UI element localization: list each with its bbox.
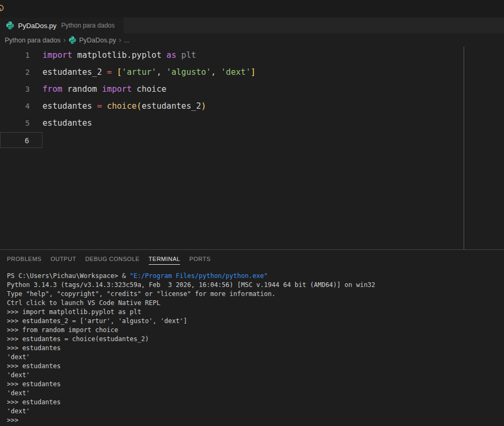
terminal-output[interactable]: PS C:\Users\Pichau\Workspace> & "E:/Prog…	[0, 267, 504, 425]
editor-split-border	[464, 47, 464, 249]
terminal-text: >>> estudantes	[7, 380, 61, 388]
code-text	[42, 132, 504, 149]
terminal-line: >>> import matplotlib.pyplot as plt	[7, 308, 504, 317]
editor-tab-bar: PyDaDos.py Python para dados	[0, 18, 504, 33]
terminal-text: Python 3.14.3 (tags/v3.14.3:323c59a, Feb…	[7, 281, 375, 289]
code-text: from random import choice	[42, 81, 504, 98]
terminal-line: >>> estudantes	[7, 362, 504, 371]
code-token: =	[97, 101, 102, 111]
code-token: [	[117, 67, 122, 77]
code-token: )	[201, 101, 206, 111]
code-token: (	[136, 101, 141, 111]
chevron-right-icon: ›	[63, 35, 66, 44]
terminal-line: >>> estudantes_2 = ['artur', 'algusto', …	[7, 317, 504, 326]
code-text: estudantes	[42, 115, 504, 132]
terminal-text: 'dext'	[7, 353, 30, 361]
code-token: choice	[132, 84, 166, 94]
code-token	[112, 67, 117, 77]
stray-glyph-fragment	[0, 5, 4, 11]
terminal-line: >>>	[7, 416, 504, 425]
terminal-line: 'dext'	[7, 407, 504, 416]
code-token: random	[62, 84, 102, 94]
breadcrumb-item[interactable]: PyDaDos.py	[69, 36, 116, 44]
terminal-line: >>> estudantes = choice(estudantes_2)	[7, 335, 504, 344]
terminal-text: >>> from random import choice	[7, 326, 118, 334]
terminal-line: 'dext'	[7, 371, 504, 380]
panel-tab-output[interactable]: OUTPUT	[50, 253, 76, 264]
terminal-text: >>> estudantes	[7, 398, 61, 406]
code-token: 'dext'	[221, 67, 251, 77]
terminal-text: >>>	[7, 416, 19, 424]
code-token: ]	[251, 67, 255, 77]
code-text: estudantes_2 = ['artur', 'algusto', 'dex…	[42, 64, 504, 81]
code-token: matplotlib.pyplot	[72, 50, 166, 60]
breadcrumb-item[interactable]: Python para dados	[5, 37, 61, 44]
code-token: ,	[211, 67, 221, 77]
line-number: 2	[0, 64, 42, 80]
terminal-line: PS C:\Users\Pichau\Workspace> & "E:/Prog…	[7, 272, 504, 281]
tab-file-name: PyDaDos.py	[18, 22, 56, 30]
terminal-line: Python 3.14.3 (tags/v3.14.3:323c59a, Feb…	[7, 281, 504, 290]
code-token: 'artur'	[122, 67, 156, 77]
code-line: 2estudantes_2 = ['artur', 'algusto', 'de…	[0, 64, 504, 81]
line-number: 6	[0, 132, 42, 148]
terminal-text: 'dext'	[7, 407, 30, 415]
code-token: plt	[176, 50, 196, 60]
terminal-text: Ctrl click to launch VS Code Native REPL	[7, 299, 160, 307]
code-line: 6	[0, 132, 504, 149]
code-token: choice	[107, 101, 136, 111]
terminal-text: 'dext'	[7, 371, 30, 379]
line-number: 5	[0, 115, 42, 131]
panel-tab-debug-console[interactable]: DEBUG CONSOLE	[85, 253, 139, 264]
panel-tab-ports[interactable]: PORTS	[189, 253, 210, 264]
tab-folder-hint: Python para dados	[61, 22, 115, 29]
code-token: estudantes_2	[42, 67, 107, 77]
python-file-icon	[6, 21, 14, 30]
title-bar	[0, 0, 504, 18]
line-number: 4	[0, 98, 42, 114]
terminal-text: >>> estudantes	[7, 344, 61, 352]
panel-tab-problems[interactable]: PROBLEMS	[7, 253, 41, 264]
bottom-panel: PROBLEMSOUTPUTDEBUG CONSOLETERMINALPORTS…	[0, 249, 504, 426]
terminal-line: 'dext'	[7, 389, 504, 398]
terminal-line: >>> from random import choice	[7, 326, 504, 335]
code-text: import matplotlib.pyplot as plt	[42, 47, 504, 64]
terminal-text: >>> import matplotlib.pyplot as plt	[7, 308, 141, 316]
terminal-text: >>> estudantes	[7, 362, 61, 370]
line-number: 1	[0, 47, 42, 63]
terminal-line: >>> estudantes	[7, 380, 504, 389]
editor-tab-pydados[interactable]: PyDaDos.py Python para dados	[0, 18, 124, 33]
terminal-line: Ctrl click to launch VS Code Native REPL	[7, 299, 504, 308]
panel-tab-terminal[interactable]: TERMINAL	[149, 253, 181, 265]
chevron-right-icon: ›	[118, 35, 121, 44]
code-line: 5estudantes	[0, 115, 504, 132]
code-token	[102, 101, 107, 111]
code-token: import	[102, 84, 132, 94]
terminal-line: >>> estudantes	[7, 344, 504, 353]
code-line: 4estudantes = choice(estudantes_2)	[0, 98, 504, 115]
code-token: 'algusto'	[166, 67, 211, 77]
code-line: 1import matplotlib.pyplot as plt	[0, 47, 504, 64]
terminal-path-text: "E:/Program Files/python/python.exe"	[130, 272, 268, 280]
code-text: estudantes = choice(estudantes_2)	[42, 98, 504, 115]
code-line: 3from random import choice	[0, 81, 504, 98]
terminal-text: PS C:\Users\Pichau\Workspace> &	[7, 272, 130, 280]
python-file-icon	[69, 36, 76, 44]
code-token: estudantes	[42, 118, 92, 128]
breadcrumb: Python para dados›PyDaDos.py›...	[0, 33, 504, 47]
terminal-text: 'dext'	[7, 389, 30, 397]
terminal-text: Type "help", "copyright", "credits" or "…	[7, 290, 276, 298]
terminal-text: >>> estudantes_2 = ['artur', 'algusto', …	[7, 317, 187, 325]
terminal-line: >>> estudantes	[7, 398, 504, 407]
terminal-line: 'dext'	[7, 353, 504, 362]
code-token: estudantes	[42, 101, 97, 111]
code-token: as	[166, 50, 176, 60]
code-token: from	[42, 84, 62, 94]
breadcrumb-item[interactable]: ...	[124, 37, 129, 44]
code-token: estudantes_2	[142, 101, 201, 111]
code-token: import	[42, 50, 72, 60]
terminal-text: >>> estudantes = choice(estudantes_2)	[7, 335, 149, 343]
code-token: ,	[157, 67, 167, 77]
line-number: 3	[0, 81, 42, 97]
editor-code-area[interactable]: 1import matplotlib.pyplot as plt2estudan…	[0, 47, 504, 249]
